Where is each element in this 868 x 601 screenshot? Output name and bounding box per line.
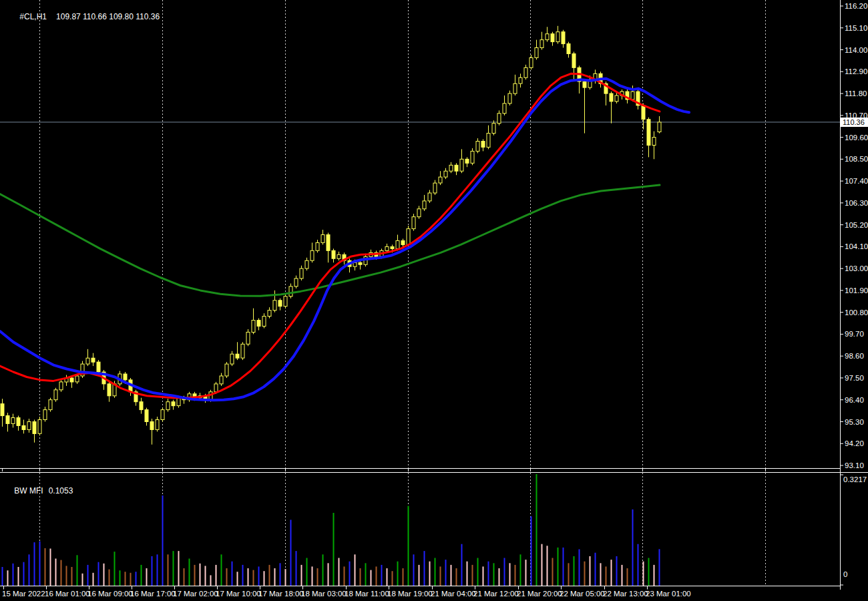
candle [433, 183, 437, 193]
trading-chart-window: 116.20115.10114.00112.90111.80110.70109.… [0, 0, 868, 601]
price-axis[interactable] [840, 0, 868, 590]
candle [460, 159, 463, 171]
time-axis-label: 16 Mar 09:00 [87, 590, 133, 598]
time-axis-label: 23 Mar 01:00 [646, 590, 691, 598]
candle [519, 77, 522, 83]
chart-canvas[interactable]: 116.20115.10114.00112.90111.80110.70109.… [0, 0, 868, 601]
time-axis-label: 18 Mar 19:00 [387, 590, 433, 598]
candle [396, 240, 399, 248]
candle [177, 398, 180, 406]
candle [513, 83, 517, 93]
candle [305, 260, 308, 268]
candle [38, 420, 41, 434]
price-axis-label: 103.00 [845, 264, 868, 272]
candle [49, 400, 52, 410]
candle [567, 44, 570, 54]
candle [658, 122, 661, 132]
candle [220, 376, 223, 384]
candle [529, 57, 533, 67]
time-axis-label: 16 Mar 01:00 [45, 590, 90, 598]
candle [337, 254, 341, 258]
candle [230, 354, 234, 364]
candle [70, 378, 73, 382]
candle [615, 95, 618, 102]
candle [546, 34, 549, 40]
time-axis-label: 21 Mar 04:00 [431, 590, 476, 598]
price-axis-label: 101.90 [845, 286, 868, 294]
candle [262, 317, 266, 327]
candle [385, 246, 389, 250]
candle [610, 93, 613, 102]
candle [22, 425, 25, 429]
candle [156, 420, 159, 430]
candle [444, 171, 447, 177]
candle [439, 177, 442, 183]
indicator-min-label: 0 [843, 570, 847, 578]
candle [487, 134, 490, 148]
indicator-header: BW MFI0.1053 [5, 477, 73, 505]
candle [300, 268, 303, 278]
candle [572, 54, 576, 68]
candle [273, 300, 276, 311]
candle [284, 296, 287, 307]
candle [353, 262, 357, 266]
price-axis-label: 100.80 [845, 309, 868, 317]
candle [91, 358, 95, 362]
candle [428, 193, 431, 201]
candle [27, 422, 31, 430]
candle [562, 32, 565, 44]
candle [524, 67, 527, 77]
candle [503, 104, 506, 114]
candle [332, 250, 335, 258]
candle [465, 159, 469, 163]
time-axis-label: 17 Mar 18:00 [258, 590, 304, 598]
indicator-max-label: 0.3217 [843, 475, 867, 483]
time-axis-label: 18 Mar 03:00 [301, 590, 347, 598]
time-axis-label: 21 Mar 12:00 [473, 590, 519, 598]
candle [647, 120, 650, 146]
candle [252, 321, 255, 333]
price-axis-label: 98.60 [845, 352, 864, 360]
main-plot-area[interactable] [0, 0, 840, 468]
candle [497, 114, 501, 124]
candle [652, 138, 656, 146]
time-axis-label: 16 Mar 17:00 [130, 590, 176, 598]
candle [401, 240, 405, 244]
time-axis-label: 15 Mar 2022 [2, 590, 45, 598]
symbol-ohlc-header: #CL,H1109.87 110.66 109.80 110.36 [11, 3, 160, 31]
price-axis-label: 95.30 [845, 418, 864, 426]
time-axis-label: 21 Mar 20:00 [517, 590, 562, 598]
price-axis-label: 108.50 [845, 155, 868, 163]
candle [455, 165, 458, 171]
candle [321, 235, 324, 243]
time-axis-label: 17 Mar 10:00 [216, 590, 261, 598]
candle [391, 246, 394, 248]
candle [508, 93, 511, 104]
candle [33, 422, 36, 434]
candle [492, 124, 495, 134]
candle [278, 300, 282, 307]
candle [107, 384, 111, 396]
indicator-value-label: 0.1053 [49, 486, 73, 495]
candle [43, 410, 47, 420]
candle [535, 48, 538, 58]
candle [327, 235, 330, 251]
time-axis-label: 18 Mar 11:00 [345, 590, 389, 598]
price-axis-label: 96.40 [845, 396, 864, 404]
candle [289, 286, 292, 296]
candle [481, 142, 485, 148]
price-axis-label: 114.00 [845, 46, 867, 54]
candle [540, 40, 544, 48]
price-axis-label: 105.20 [845, 221, 868, 229]
candle [225, 364, 228, 376]
candle [471, 151, 474, 163]
indicator-plot-area[interactable] [0, 473, 840, 586]
candle [1, 404, 4, 416]
price-axis-label: 112.90 [845, 67, 867, 75]
candle [423, 201, 426, 209]
candle [172, 402, 175, 406]
price-axis-label: 111.80 [845, 89, 867, 97]
candle [359, 262, 362, 264]
candle [551, 34, 554, 42]
candle [54, 390, 57, 400]
